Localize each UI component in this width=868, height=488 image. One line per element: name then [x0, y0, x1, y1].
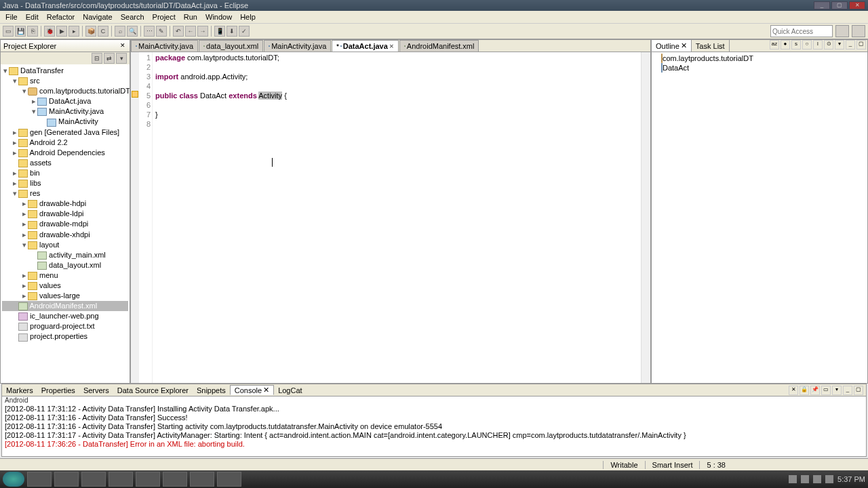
tree-props[interactable]: project.properties: [30, 332, 87, 340]
data-source-tab[interactable]: Data Source Explorer: [113, 386, 193, 394]
hide-static-button[interactable]: s: [791, 40, 801, 49]
open-console-button[interactable]: ▾: [832, 386, 842, 395]
tree-bin[interactable]: bin: [30, 169, 40, 177]
outline-item[interactable]: com.laytproducts.tutorialDT: [663, 54, 753, 62]
tree-values-large[interactable]: values-large: [39, 291, 80, 300]
last-edit-button[interactable]: ↶: [173, 26, 184, 37]
taskbar-item[interactable]: [108, 472, 133, 487]
menu-help[interactable]: Help: [237, 13, 258, 21]
minimize-button[interactable]: _: [814, 1, 830, 9]
close-view-icon[interactable]: ✕: [119, 42, 127, 50]
overview-ruler[interactable]: [641, 52, 650, 383]
java-perspective-button[interactable]: [852, 25, 865, 37]
volume-icon[interactable]: [825, 475, 833, 483]
menu-search[interactable]: Search: [118, 13, 147, 21]
network-icon[interactable]: [813, 475, 821, 483]
project-explorer-tab[interactable]: Project Explorer: [3, 42, 56, 50]
hide-local-button[interactable]: l: [813, 40, 823, 49]
outline-tab[interactable]: Outline✕: [652, 40, 692, 52]
taskbar-item[interactable]: [136, 472, 160, 487]
taskbar-item[interactable]: [81, 472, 106, 487]
snippets-tab[interactable]: Snippets: [193, 386, 230, 394]
line-gutter[interactable]: 12345678: [139, 52, 153, 383]
editor-tab[interactable]: data_layout.xml: [199, 40, 263, 52]
display-console-button[interactable]: ▭: [821, 386, 831, 395]
clock[interactable]: 5:37 PM: [837, 475, 865, 483]
maximize-button[interactable]: ▢: [831, 1, 848, 9]
tree-folder[interactable]: drawable-hdpi: [39, 199, 86, 207]
back-button[interactable]: ←: [185, 26, 196, 37]
menu-navigate[interactable]: Navigate: [80, 13, 115, 21]
quick-access-input[interactable]: [770, 25, 833, 37]
code-editor[interactable]: 12345678 package package com.laytproduct…: [131, 52, 650, 383]
open-type-button[interactable]: ⌕: [115, 26, 125, 37]
tree-folder[interactable]: drawable-mdpi: [39, 220, 88, 228]
menu-file[interactable]: File: [3, 13, 20, 21]
sort-button[interactable]: az: [770, 40, 779, 49]
tree-layout[interactable]: layout: [39, 241, 59, 249]
taskbar-item[interactable]: [190, 472, 214, 487]
outline-tree[interactable]: com.laytproducts.tutorialDT DataAct: [653, 54, 866, 73]
tree-android[interactable]: Android 2.2: [29, 138, 67, 146]
console-output[interactable]: [2012-08-11 17:31:12 - Activity Data Tra…: [2, 405, 866, 456]
maximize-view-button[interactable]: ▢: [856, 40, 866, 49]
tree-menu[interactable]: menu: [39, 271, 58, 279]
outline-item[interactable]: DataAct: [663, 64, 689, 72]
scroll-lock-button[interactable]: 🔒: [800, 386, 809, 395]
close-button[interactable]: ✕: [849, 1, 865, 9]
tasklist-tab[interactable]: Task List: [692, 40, 730, 52]
tray-icon[interactable]: [801, 475, 809, 483]
tree-src[interactable]: src: [30, 77, 40, 85]
search-button[interactable]: 🔍: [127, 26, 138, 37]
warning-marker-icon[interactable]: [132, 91, 138, 98]
tree-package[interactable]: com.laytproducts.tutorialDT: [39, 87, 130, 95]
mark-occurrences-button[interactable]: ✎: [156, 26, 167, 37]
tree-assets[interactable]: assets: [30, 159, 52, 167]
focus-button[interactable]: ⊙: [824, 40, 833, 49]
tree-folder[interactable]: drawable-ldpi: [39, 209, 83, 218]
menu-run[interactable]: Run: [181, 13, 200, 21]
save-button[interactable]: 💾: [15, 26, 26, 37]
editor-tab[interactable]: MainActivity.java: [131, 40, 198, 52]
minimize-view-button[interactable]: _: [846, 40, 855, 49]
close-tab-icon[interactable]: ✕: [263, 386, 269, 394]
tree-deps[interactable]: Android Dependencies: [29, 148, 104, 157]
open-perspective-button[interactable]: [835, 25, 849, 37]
pin-console-button[interactable]: 📌: [810, 386, 820, 395]
new-button[interactable]: ▭: [3, 26, 14, 37]
debug-button[interactable]: 🐞: [44, 26, 55, 37]
editor-tab[interactable]: MainActivity.java: [264, 40, 331, 52]
system-tray[interactable]: 5:37 PM: [789, 475, 865, 483]
console-tab[interactable]: Console ✕: [230, 385, 274, 395]
view-menu-button[interactable]: ▾: [835, 40, 844, 49]
menu-window[interactable]: Window: [203, 13, 235, 21]
tree-file[interactable]: MainActivity.java: [49, 107, 104, 115]
ext-tools-button[interactable]: ▸: [68, 26, 79, 37]
maximize-view-button[interactable]: ▢: [854, 386, 863, 395]
tree-res[interactable]: res: [30, 189, 40, 197]
tray-icon[interactable]: [789, 475, 797, 483]
taskbar-item[interactable]: [54, 472, 79, 487]
new-class-button[interactable]: C: [98, 26, 108, 37]
view-menu-button[interactable]: ▾: [116, 53, 127, 64]
close-tab-icon[interactable]: ✕: [389, 43, 394, 49]
new-package-button[interactable]: 📦: [85, 26, 96, 37]
project-tree[interactable]: ▾ DataTransfer ▾ src ▾ com.laytproducts.…: [1, 64, 130, 383]
tree-project[interactable]: DataTransfer: [20, 66, 64, 75]
tree-gen[interactable]: gen [Generated Java Files]: [30, 128, 119, 136]
link-editor-button[interactable]: ⇄: [104, 53, 115, 64]
minimize-view-button[interactable]: _: [843, 386, 852, 395]
save-all-button[interactable]: ⎘: [27, 26, 38, 37]
markers-tab[interactable]: Markers: [2, 386, 37, 394]
clear-console-button[interactable]: ✕: [789, 386, 798, 395]
tree-class[interactable]: MainActivity: [58, 117, 98, 125]
menu-edit[interactable]: Edit: [23, 13, 41, 21]
hide-fields-button[interactable]: ●: [781, 40, 790, 49]
taskbar-item[interactable]: [163, 472, 187, 487]
tree-file[interactable]: activity_main.xml: [49, 251, 106, 259]
tree-proguard[interactable]: proguard-project.txt: [30, 322, 94, 330]
tree-libs[interactable]: libs: [30, 179, 41, 187]
taskbar-item[interactable]: [217, 472, 241, 487]
tree-file[interactable]: data_layout.xml: [49, 261, 101, 269]
editor-tab-active[interactable]: *DataAct.java✕: [332, 40, 399, 52]
